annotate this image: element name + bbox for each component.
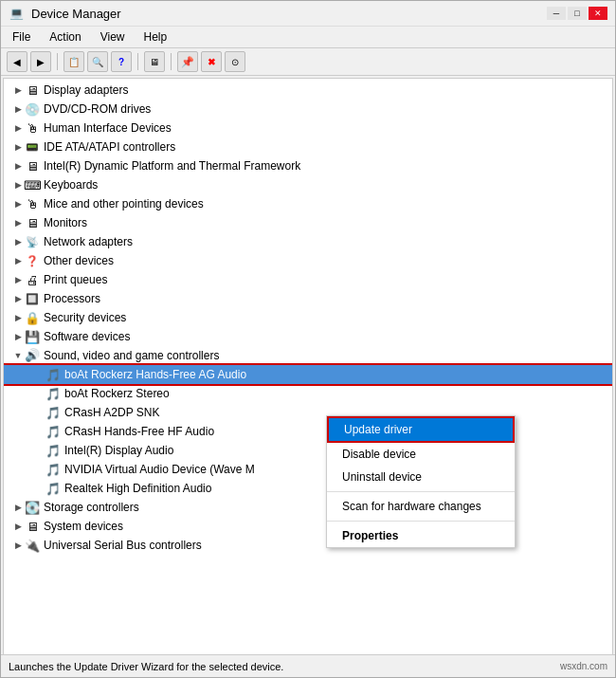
icon-network: 📡 [25,234,40,249]
icon-ide: 📟 [25,139,40,155]
tree-item-display-adapters[interactable]: ▶ 🖥 Display adapters [4,81,612,100]
add-button[interactable]: 📌 [177,51,198,72]
icon-boat-stereo: 🎵 [45,386,61,401]
arrow-network: ▶ [11,235,25,248]
toolbar-sep-3 [171,53,172,70]
label-display-adapters: Display adapters [44,83,128,97]
arrow-system: ▶ [11,520,25,533]
ctx-properties[interactable]: Properties [327,524,515,547]
scan-button[interactable]: 🔍 [87,51,108,72]
icon-system: 🖥 [25,519,40,534]
tree-item-intel-dynamic[interactable]: ▶ 🖥 Intel(R) Dynamic Platform and Therma… [4,156,612,175]
help-button[interactable]: ? [111,51,132,72]
label-network: Network adapters [44,235,133,248]
label-crash-a2dp: CRasH A2DP SNK [64,406,159,419]
icon-intel-dyn: 🖥 [25,158,40,174]
icon-boat-hf: 🎵 [45,367,61,382]
arrow-mice: ▶ [11,197,25,211]
tree-item-sound[interactable]: ▼ 🔊 Sound, video and game controllers [4,346,612,365]
maximize-button[interactable]: □ [568,7,587,20]
tree-item-dvd[interactable]: ▶ 💿 DVD/CD-ROM drives [4,100,612,119]
label-sound: Sound, video and game controllers [44,349,219,362]
tree-item-processors[interactable]: ▶ 🔲 Processors [4,289,612,308]
watermark: wsxdn.com [560,661,607,671]
label-processors: Processors [44,292,100,305]
icon-monitors: 🖥 [25,215,40,230]
ctx-uninstall-device[interactable]: Uninstall device [327,466,515,488]
remove-button[interactable]: ✖ [201,51,222,72]
icon-sound: 🔊 [25,348,40,363]
close-button[interactable]: ✕ [589,7,607,20]
tree-item-storage[interactable]: ▶ 💽 Storage controllers [4,498,612,517]
tree-item-security[interactable]: ▶ 🔒 Security devices [4,308,612,327]
arrow-storage: ▶ [11,501,25,514]
ctx-scan-changes[interactable]: Scan for hardware changes [327,495,515,518]
label-realtek: Realtek High Definition Audio [64,482,211,495]
label-intel-audio: Intel(R) Display Audio [64,444,173,457]
menu-view[interactable]: View [93,28,133,46]
tree-item-realtek[interactable]: ▶ 🎵 Realtek High Definition Audio [4,479,612,498]
tree-item-other-devices[interactable]: ▶ ❓ Other devices [4,251,612,270]
toolbar-sep-2 [137,53,138,70]
tree-item-usb[interactable]: ▶ 🔌 Universal Serial Bus controllers [4,536,612,555]
tree-item-boat-handsfree[interactable]: ▶ 🎵 boAt Rockerz Hands-Free AG Audio [4,365,612,384]
menu-help[interactable]: Help [136,28,175,46]
tree-item-keyboards[interactable]: ▶ ⌨ Keyboards [4,175,612,194]
device-manager-window: 💻 Device Manager ─ □ ✕ File Action View … [0,0,616,678]
back-button[interactable]: ◀ [7,51,27,72]
label-intel-dyn: Intel(R) Dynamic Platform and Thermal Fr… [44,159,300,173]
icon-mice: 🖱 [25,196,40,211]
monitor-button[interactable]: 🖥 [144,51,165,72]
label-other: Other devices [44,254,114,267]
ctx-sep-1 [327,491,515,492]
icon-security: 🔒 [25,310,40,325]
add-icon: 📌 [181,56,194,68]
menu-file[interactable]: File [5,28,38,46]
tree-item-software[interactable]: ▶ 💾 Software devices [4,327,612,346]
tree-item-network[interactable]: ▶ 📡 Network adapters [4,232,612,251]
tree-item-system[interactable]: ▶ 🖥 System devices [4,517,612,536]
device-tree-panel: ▶ 🖥 Display adapters ▶ 💿 DVD/CD-ROM driv… [3,78,613,675]
menu-action[interactable]: Action [42,28,88,46]
status-bar: Launches the Update Driver Wizard for th… [1,654,615,677]
status-text: Launches the Update Driver Wizard for th… [9,661,283,672]
label-ide: IDE ATA/ATAPI controllers [44,140,175,154]
tree-item-print[interactable]: ▶ 🖨 Print queues [4,270,612,289]
tree-item-boat-stereo[interactable]: ▶ 🎵 boAt Rockerz Stereo [4,384,612,403]
icon-software: 💾 [25,329,40,344]
tree-item-crash-hf[interactable]: ▶ 🎵 CRasH Hands-Free HF Audio [4,422,612,441]
label-crash-hf: CRasH Hands-Free HF Audio [64,425,214,438]
label-monitors: Monitors [44,216,87,229]
icon-keyboards: ⌨ [25,177,40,192]
arrow-security: ▶ [11,311,25,324]
arrow-dvd: ▶ [11,102,25,116]
title-bar: 💻 Device Manager ─ □ ✕ [1,1,615,27]
tree-item-human-interface[interactable]: ▶ 🖱 Human Interface Devices [4,119,612,137]
tree-item-mice[interactable]: ▶ 🖱 Mice and other pointing devices [4,194,612,213]
icon-intel-audio: 🎵 [45,443,61,458]
ctx-sep-2 [327,521,515,522]
icon-display-adapters: 🖥 [25,82,40,98]
window-title: Device Manager [31,7,121,21]
properties-button[interactable]: 📋 [63,51,84,72]
arrow-usb: ▶ [11,539,25,552]
update-button[interactable]: ⊙ [225,51,245,72]
tree-item-nvidia-audio[interactable]: ▶ 🎵 NVIDIA Virtual Audio Device (Wave M [4,460,612,479]
app-icon: 💻 [9,6,24,21]
tree-item-intel-audio[interactable]: ▶ 🎵 Intel(R) Display Audio [4,441,612,460]
minimize-button[interactable]: ─ [547,7,566,20]
arrow-software: ▶ [11,330,25,343]
forward-button[interactable]: ▶ [30,51,51,72]
tree-item-monitors[interactable]: ▶ 🖥 Monitors [4,213,612,232]
arrow-other: ▶ [11,254,25,267]
ctx-update-driver[interactable]: Update driver [327,416,515,443]
tree-item-crash-a2dp[interactable]: ▶ 🎵 CRasH A2DP SNK [4,403,612,422]
icon-hid: 🖱 [25,120,40,136]
label-usb: Universal Serial Bus controllers [44,539,202,552]
label-security: Security devices [44,311,126,324]
tree-item-ide[interactable]: ▶ 📟 IDE ATA/ATAPI controllers [4,137,612,156]
ctx-disable-device[interactable]: Disable device [327,443,515,466]
icon-processors: 🔲 [25,291,40,306]
arrow-ide: ▶ [11,140,25,154]
icon-crash-hf: 🎵 [45,424,61,439]
